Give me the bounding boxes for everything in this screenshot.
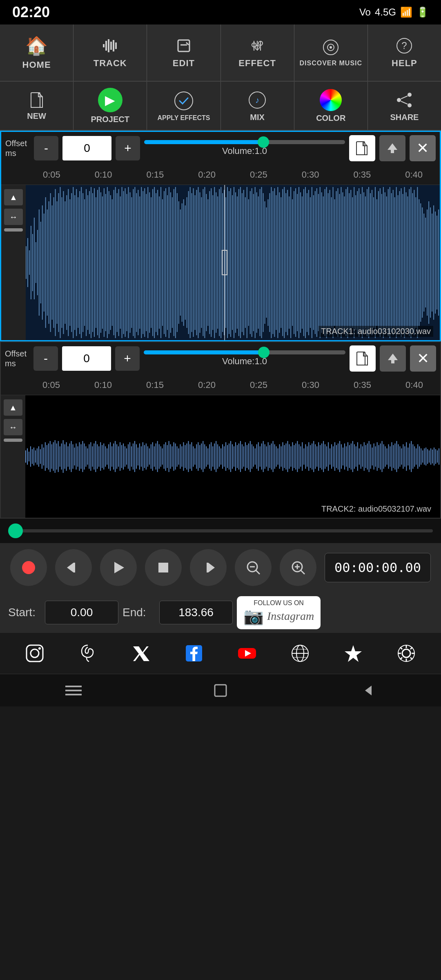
- svg-rect-137: [195, 195, 196, 330]
- zoom-out-button[interactable]: [235, 549, 272, 586]
- svg-rect-88: [115, 187, 116, 338]
- svg-rect-401: [199, 445, 200, 468]
- svg-rect-385: [174, 442, 174, 471]
- nav-item-edit[interactable]: EDIT: [147, 24, 220, 81]
- track1-waveform-area[interactable]: ▲ ↔: [1, 185, 440, 340]
- svg-rect-517: [388, 444, 389, 469]
- track1-file-btn[interactable]: [349, 135, 375, 161]
- svg-rect-588: [215, 685, 226, 696]
- svg-rect-298: [32, 449, 33, 464]
- track1-move-btn[interactable]: [379, 135, 405, 161]
- track2-horizontal-btn[interactable]: ↔: [4, 419, 22, 435]
- svg-rect-454: [285, 443, 286, 470]
- track2-up-btn[interactable]: ▲: [4, 399, 22, 416]
- follow-us-text: FOLLOW US ON: [254, 599, 304, 607]
- track2-waveform-area[interactable]: ▲ ↔: [1, 395, 440, 518]
- social-threads-btn[interactable]: [71, 637, 104, 670]
- track1-offset-minus[interactable]: -: [34, 136, 58, 160]
- track1-offset-input[interactable]: [62, 136, 111, 160]
- track1-mark-1: 0:10: [95, 169, 112, 180]
- track2-offset-minus[interactable]: -: [33, 346, 58, 371]
- track-1: Offsetms - + Volume:1.0 ✕ 0:05 0:10: [0, 131, 441, 341]
- social-settings-btn[interactable]: [390, 637, 423, 670]
- svg-rect-547: [437, 450, 438, 463]
- social-web-btn[interactable]: [284, 637, 316, 670]
- toolbar-color[interactable]: COLOR: [294, 82, 368, 130]
- instagram-promo[interactable]: FOLLOW US ON 📷 Instagram: [237, 596, 321, 629]
- svg-rect-318: [65, 444, 65, 469]
- svg-rect-357: [128, 444, 129, 469]
- track2-offset-plus[interactable]: +: [115, 346, 140, 371]
- fast-forward-button[interactable]: [190, 549, 227, 586]
- track2-file-btn[interactable]: [350, 345, 376, 372]
- nav-back-button[interactable]: [347, 678, 388, 703]
- progress-bar[interactable]: [8, 529, 433, 532]
- svg-rect-204: [303, 189, 304, 336]
- track2-offset-input[interactable]: [62, 346, 111, 371]
- play-button[interactable]: [100, 549, 137, 586]
- svg-rect-40: [37, 230, 38, 295]
- record-button[interactable]: [10, 549, 47, 586]
- social-instagram-btn[interactable]: [18, 637, 51, 670]
- track2-handle[interactable]: [4, 439, 22, 442]
- nav-home-button[interactable]: [200, 678, 241, 703]
- track1-volume-slider[interactable]: [144, 140, 345, 144]
- nav-item-track[interactable]: TRACK: [74, 24, 147, 81]
- nav-item-home[interactable]: 🏠 HOME: [0, 24, 74, 81]
- start-value[interactable]: 0.00: [45, 601, 118, 624]
- track2-filename: TRACK2: audio05032107.wav: [319, 503, 434, 514]
- svg-rect-271: [412, 193, 413, 332]
- svg-rect-45: [45, 197, 46, 328]
- svg-rect-296: [29, 452, 29, 461]
- track2-close-btn[interactable]: ✕: [410, 345, 436, 372]
- nav-item-help[interactable]: ? HELP: [368, 24, 441, 81]
- nav-item-effect[interactable]: EFFECT: [221, 24, 294, 81]
- nav-home-label: HOME: [22, 60, 51, 70]
- svg-rect-1: [105, 41, 107, 51]
- progress-thumb[interactable]: [8, 523, 23, 538]
- zoom-in-button[interactable]: [280, 549, 316, 586]
- svg-rect-484: [334, 442, 335, 471]
- track1-down-btn[interactable]: [4, 228, 23, 232]
- toolbar-apply-effects[interactable]: APPLY EFFECTS: [147, 82, 220, 130]
- rewind-button[interactable]: [55, 549, 92, 586]
- toolbar-mix[interactable]: ♪ MIX: [221, 82, 294, 130]
- track1-mark-7: 0:40: [405, 169, 423, 180]
- toolbar-project[interactable]: ▶ PROJECT: [74, 82, 147, 130]
- svg-rect-524: [399, 446, 400, 467]
- track2-move-btn[interactable]: [380, 345, 406, 372]
- svg-rect-422: [234, 446, 234, 467]
- track1-close-btn[interactable]: ✕: [410, 135, 436, 161]
- svg-rect-161: [234, 187, 234, 338]
- stop-icon: [155, 559, 172, 576]
- nav-menu-button[interactable]: [53, 678, 94, 703]
- stop-button[interactable]: [145, 549, 182, 586]
- svg-rect-177: [260, 189, 261, 336]
- svg-rect-165: [240, 187, 241, 338]
- social-youtube-btn[interactable]: [231, 637, 263, 670]
- svg-rect-358: [129, 442, 130, 471]
- svg-rect-431: [248, 443, 249, 470]
- end-value[interactable]: 183.66: [159, 601, 233, 624]
- social-facebook-btn[interactable]: [178, 637, 210, 670]
- toolbar-share[interactable]: SHARE: [368, 82, 441, 130]
- svg-rect-118: [164, 191, 165, 334]
- svg-rect-516: [387, 448, 388, 465]
- svg-rect-292: [391, 360, 394, 363]
- toolbar-new[interactable]: NEW: [0, 82, 74, 130]
- track1-offset-plus[interactable]: +: [116, 136, 140, 160]
- svg-rect-467: [307, 446, 307, 467]
- track2-volume-slider[interactable]: [144, 350, 345, 354]
- svg-rect-521: [394, 443, 395, 470]
- social-twitter-btn[interactable]: [125, 637, 157, 670]
- svg-point-575: [402, 649, 410, 657]
- svg-line-584: [400, 657, 402, 659]
- track1-up-btn[interactable]: ▲: [4, 189, 23, 205]
- svg-rect-121: [169, 187, 169, 338]
- nav-item-discover[interactable]: DISCOVER MUSIC: [294, 24, 368, 81]
- track1-horizontal-btn[interactable]: ↔: [4, 209, 23, 225]
- social-star-btn[interactable]: [337, 637, 370, 670]
- svg-rect-371: [151, 444, 151, 469]
- svg-rect-147: [211, 188, 212, 337]
- menu-icon: [65, 684, 82, 697]
